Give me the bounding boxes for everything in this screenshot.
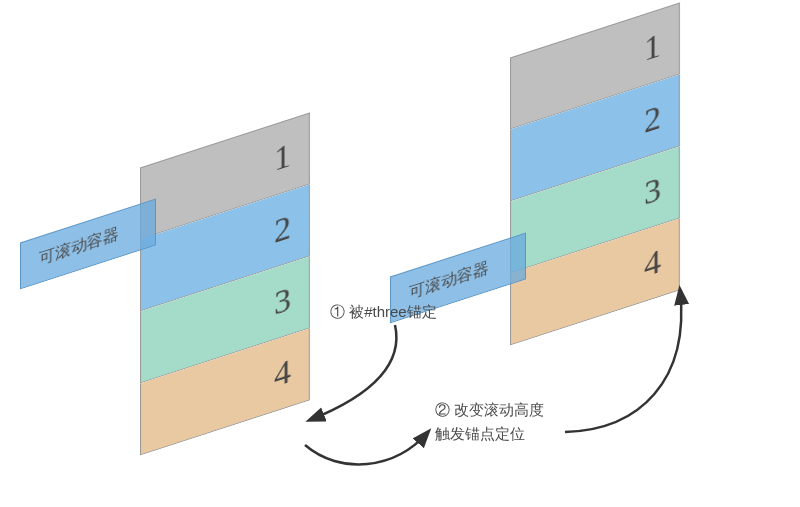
arrow-caption-b-to-right-stack [0, 0, 800, 507]
diagram-stage: 1 2 3 4 可滚动容器 1 2 3 4 可滚动容器 [0, 0, 800, 507]
